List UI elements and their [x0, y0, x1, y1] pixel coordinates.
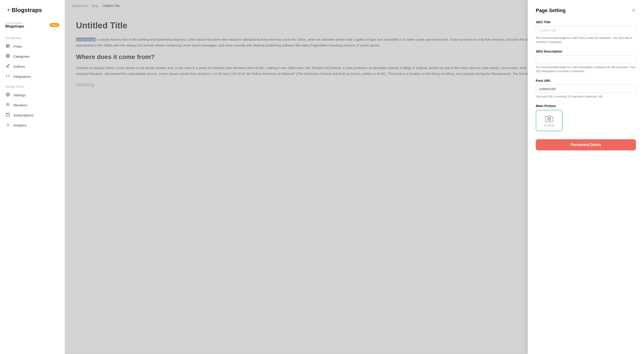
- svg-rect-4: [6, 54, 8, 55]
- integrations-label: Integrations: [14, 75, 31, 78]
- post-url-label: Post URL: [536, 79, 636, 82]
- project-label: Current Project: [5, 22, 24, 24]
- panel-title: Page Setting: [536, 7, 566, 13]
- logo-text: Blogstraps: [12, 7, 42, 14]
- post-url-hint: Your post URL is currently 15 characters…: [536, 94, 636, 99]
- sidebar-item-posts[interactable]: Posts: [0, 41, 64, 51]
- categories-icon: [5, 54, 10, 59]
- main-picture-upload[interactable]: No photo: [536, 110, 562, 131]
- camera-icon: [545, 114, 554, 123]
- members-label: Members: [14, 103, 28, 107]
- svg-point-9: [7, 103, 8, 104]
- project-info: Current Project Blogstraps: [5, 22, 24, 28]
- posts-label: Posts: [14, 44, 22, 48]
- authors-label: Authors: [14, 65, 25, 68]
- page-setting-panel: Page Setting × SEO Title The recommended…: [528, 0, 644, 354]
- analytics-icon: [5, 123, 10, 128]
- seo-desc-input[interactable]: [536, 55, 636, 64]
- sidebar-item-integrations[interactable]: Integrations: [0, 71, 64, 82]
- project-block: Current Project Blogstraps Free: [0, 19, 64, 33]
- sidebar-item-members[interactable]: Members: [0, 100, 64, 110]
- manage-project-label: Manage Project: [0, 82, 64, 90]
- svg-rect-0: [6, 44, 10, 47]
- members-icon: [5, 103, 10, 108]
- panel-header: Page Setting ×: [536, 7, 636, 14]
- svg-rect-7: [8, 56, 10, 57]
- svg-rect-10: [6, 114, 10, 116]
- permanent-delete-button[interactable]: Permanent Delete: [536, 139, 636, 150]
- seo-desc-hint: The recommended length for a SEO descrip…: [536, 65, 636, 73]
- sidebar-item-authors[interactable]: Authors: [0, 61, 64, 71]
- svg-rect-5: [8, 54, 10, 55]
- sidebar-item-categories[interactable]: Categories: [0, 51, 64, 61]
- project-name: Blogstraps: [5, 24, 24, 28]
- settings-icon: [5, 92, 10, 98]
- svg-rect-6: [6, 56, 8, 57]
- close-button[interactable]: ×: [631, 7, 636, 14]
- seo-title-input[interactable]: [536, 26, 636, 35]
- main-picture-label: Main Picture: [536, 104, 636, 108]
- seo-title-hint: The recommended length for a SEO title i…: [536, 36, 636, 44]
- logo-icon: ✦: [6, 7, 11, 14]
- seo-title-group: SEO Title The recommended length for a S…: [536, 20, 636, 44]
- posts-icon: [5, 44, 10, 49]
- post-url-input[interactable]: [536, 85, 636, 93]
- subscriptions-label: Subscriptions: [14, 113, 34, 117]
- authors-icon: [5, 64, 10, 69]
- sidebar-item-analytics[interactable]: Analytics: [0, 120, 64, 130]
- categories-label: Categories: [14, 54, 30, 58]
- settings-label: Settings: [14, 93, 26, 97]
- sidebar: ✦ Blogstraps Current Project Blogstraps …: [0, 0, 65, 354]
- main-area: Dashboard › Blog › Untitled Title Untitl…: [65, 0, 644, 354]
- sidebar-item-settings[interactable]: Settings: [0, 90, 64, 100]
- seo-desc-label: SEO Description: [536, 49, 636, 53]
- analytics-label: Analytics: [14, 123, 27, 127]
- post-url-group: Post URL Your post URL is currently 15 c…: [536, 79, 636, 99]
- svg-point-8: [8, 94, 8, 95]
- logo-area: ✦ Blogstraps: [0, 4, 64, 19]
- seo-title-label: SEO Title: [536, 20, 636, 24]
- no-photo-text: No photo: [544, 124, 555, 127]
- manage-blog-label: Manage Blog: [0, 33, 64, 41]
- subscriptions-icon: [5, 113, 10, 118]
- main-picture-group: Main Picture No photo: [536, 104, 636, 131]
- integrations-icon: [5, 74, 10, 79]
- sidebar-item-subscriptions[interactable]: Subscriptions: [0, 110, 64, 120]
- seo-desc-group: SEO Description The recommended length f…: [536, 49, 636, 73]
- free-badge: Free: [50, 23, 59, 27]
